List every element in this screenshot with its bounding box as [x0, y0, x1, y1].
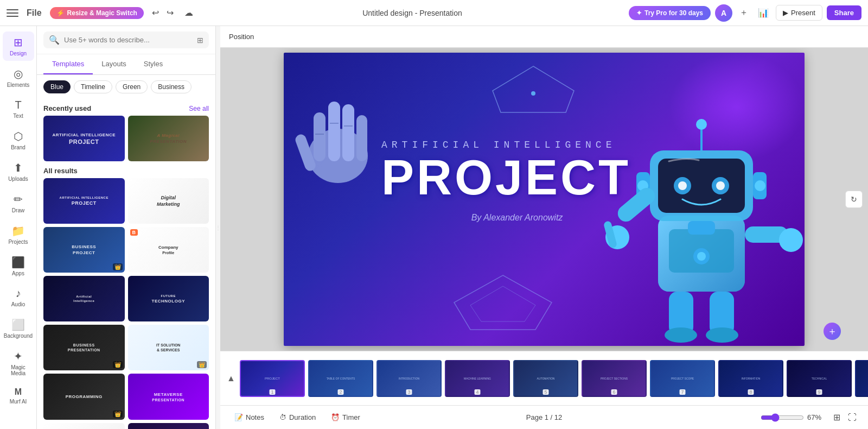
undo-redo-group: ↩ ↪: [149, 5, 176, 21]
slide-thumb-10[interactable]: RESULTS 10: [855, 360, 868, 397]
zoom-slider[interactable]: [761, 413, 804, 422]
page-indicator: Page 1 / 12: [526, 413, 563, 421]
sidebar-item-projects[interactable]: 📁 Projects: [3, 220, 34, 249]
recently-used-grid: ARTIFICIAL INTELLIGENCE PROJECT A Magica…: [43, 116, 209, 161]
template-thumb-6[interactable]: FUTURE TECHNOLOGY: [128, 276, 209, 321]
sidebar-item-draw[interactable]: ✏ Draw: [3, 188, 34, 218]
slide-thumb-1[interactable]: PROJECT 1: [240, 360, 305, 397]
filmstrip-toggle[interactable]: ▲: [226, 373, 237, 384]
try-pro-button[interactable]: ✦ Try Pro for 30 days: [629, 6, 711, 20]
filter-tag-business[interactable]: Business: [151, 80, 192, 93]
redo-button[interactable]: ↪: [164, 5, 176, 21]
panel-search-area: 🔍 ⊞: [37, 26, 215, 54]
sidebar-item-brand[interactable]: ⬡ Brand: [3, 125, 34, 155]
filter-tag-timeline[interactable]: Timeline: [74, 80, 112, 93]
filter-tags: Blue Timeline Green Business: [37, 75, 215, 99]
slide-thumb-2[interactable]: TABLE OF CONTENTS 2: [308, 360, 373, 397]
template-thumb-5[interactable]: Artificial Intelligence: [43, 276, 125, 321]
star-icon: ✦: [636, 9, 642, 17]
resize-handle[interactable]: ⋮: [216, 26, 220, 429]
slide-thumb-5[interactable]: AUTOMATION 5: [513, 360, 578, 397]
template-thumb-11[interactable]: ⊙Tech Company: [43, 423, 125, 429]
slide-canvas[interactable]: ARTIFICIAL INTELLIGENCE PROJECT By Alexa…: [284, 53, 805, 346]
undo-button[interactable]: ↩: [149, 5, 162, 21]
svg-rect-6: [356, 115, 367, 161]
brand-icon: ⬡: [14, 130, 23, 143]
svg-point-33: [779, 228, 803, 252]
main-layout: ⊞ Design ◎ Elements T Text ⬡ Brand ⬆ Upl…: [0, 26, 868, 429]
svg-rect-5: [342, 104, 354, 161]
refresh-canvas-button[interactable]: ↻: [845, 191, 863, 208]
share-button[interactable]: Share: [827, 5, 861, 20]
menu-icon[interactable]: [7, 7, 18, 19]
toolbar-left: 📝 Notes ⏱ Duration ⏰ Timer: [229, 411, 522, 424]
add-collaborator-button[interactable]: ＋: [737, 4, 751, 21]
slide-thumb-3[interactable]: INTRODUCTION 3: [376, 360, 442, 397]
slide-thumb-6[interactable]: PROJECT SECTIONS 6: [582, 360, 647, 397]
filmstrip: ▲ PROJECT 1 TABLE OF CONTENTS 2 INTRODUC…: [220, 351, 868, 405]
add-element-button[interactable]: ＋: [824, 323, 841, 340]
template-thumb-4[interactable]: Company Profile B: [128, 227, 209, 273]
template-thumb-ai-project[interactable]: ARTIFICIAL INTELLIGENCE PROJECT: [43, 116, 125, 161]
canvas-viewport[interactable]: ARTIFICIAL INTELLIGENCE PROJECT By Alexa…: [220, 48, 868, 351]
text-icon: T: [15, 99, 21, 111]
duration-button[interactable]: ⏱ Duration: [274, 411, 321, 424]
template-thumb-3[interactable]: BUSINESS PROJECT 👑: [43, 227, 125, 273]
svg-point-1: [531, 91, 535, 96]
save-status-button[interactable]: ☁: [182, 5, 196, 21]
tab-templates[interactable]: Templates: [43, 54, 93, 74]
template-thumb-7[interactable]: BUSINESS PRESENTATION 👑: [43, 325, 125, 370]
topbar: File ⚡ Resize & Magic Switch ↩ ↪ ☁ Untit…: [0, 0, 868, 26]
templates-panel: 🔍 ⊞ Templates Layouts Styles Blue Timeli…: [37, 26, 216, 429]
grid-view-button[interactable]: ⊞: [831, 409, 843, 425]
sidebar-item-murf-ai[interactable]: M Murf AI: [3, 383, 34, 409]
template-thumb-8[interactable]: IT SOLUTION & SERVICES 👑: [128, 325, 209, 370]
tab-layouts[interactable]: Layouts: [93, 54, 135, 74]
position-label: Position: [229, 33, 254, 41]
notes-button[interactable]: 📝 Notes: [229, 411, 270, 424]
sidebar-item-text[interactable]: T Text: [3, 94, 34, 123]
slide-thumb-4[interactable]: MACHINE LEARNING 4: [445, 360, 510, 397]
user-avatar[interactable]: A: [715, 4, 732, 22]
sidebar-item-elements[interactable]: ◎ Elements: [3, 63, 34, 92]
robot-hand: [284, 69, 392, 194]
template-thumb-12[interactable]: VIRTUAL REALITY: [128, 423, 209, 429]
svg-marker-12: [470, 286, 535, 321]
template-thumb-1[interactable]: ARTIFICIAL INTELLIGENCE PROJECT: [43, 178, 125, 224]
sidebar-icons: ⊞ Design ◎ Elements T Text ⬡ Brand ⬆ Upl…: [0, 26, 37, 429]
template-thumb-9[interactable]: PROGRAMMING 👑: [43, 374, 125, 419]
toolbar-right: 67% ⊞ ⛶: [566, 409, 859, 425]
file-menu[interactable]: File: [24, 5, 44, 21]
fullscreen-button[interactable]: ⛶: [845, 409, 859, 425]
view-buttons: ⊞ ⛶: [831, 409, 859, 425]
magic-icon: ⚡: [56, 9, 65, 17]
template-thumb-10[interactable]: METAVERSE PRESENTATION: [128, 374, 209, 419]
geo-top-shape: [490, 64, 577, 118]
sidebar-item-audio[interactable]: ♪ Audio: [3, 283, 34, 312]
magic-switch-button[interactable]: ⚡ Resize & Magic Switch: [50, 7, 144, 19]
filter-button[interactable]: ⊞: [197, 36, 203, 45]
timer-button[interactable]: ⏰ Timer: [326, 411, 366, 424]
slide-thumb-7[interactable]: PROJECT SCOPE 7: [650, 360, 715, 397]
svg-rect-3: [314, 112, 326, 161]
sidebar-item-background[interactable]: ⬜ Background: [3, 314, 34, 343]
zoom-controls: 67%: [761, 413, 826, 422]
notes-icon: 📝: [234, 413, 243, 421]
sidebar-item-apps[interactable]: ⬛ Apps: [3, 251, 34, 281]
tab-styles[interactable]: Styles: [135, 54, 171, 74]
filter-tag-green[interactable]: Green: [116, 80, 148, 93]
slide-thumb-8[interactable]: INFORMATION 8: [718, 360, 783, 397]
filter-tag-blue[interactable]: Blue: [43, 80, 71, 93]
sidebar-item-design[interactable]: ⊞ Design: [3, 31, 34, 61]
svg-point-17: [697, 252, 706, 261]
analytics-button[interactable]: 📊: [755, 5, 771, 21]
slide-thumb-9[interactable]: TECHNICAL 9: [787, 360, 852, 397]
see-all-link[interactable]: See all: [189, 105, 209, 112]
sidebar-item-uploads[interactable]: ⬆ Uploads: [3, 157, 34, 186]
present-button[interactable]: ▶ Present: [776, 5, 822, 21]
template-thumb-2[interactable]: Digital Marketing: [128, 178, 209, 224]
sidebar-item-magic-media[interactable]: ✦ Magic Media: [3, 345, 34, 381]
search-input[interactable]: [64, 36, 193, 44]
projects-icon: 📁: [11, 224, 25, 237]
template-thumb-magical[interactable]: A Magical PRESENTATION: [128, 116, 209, 161]
